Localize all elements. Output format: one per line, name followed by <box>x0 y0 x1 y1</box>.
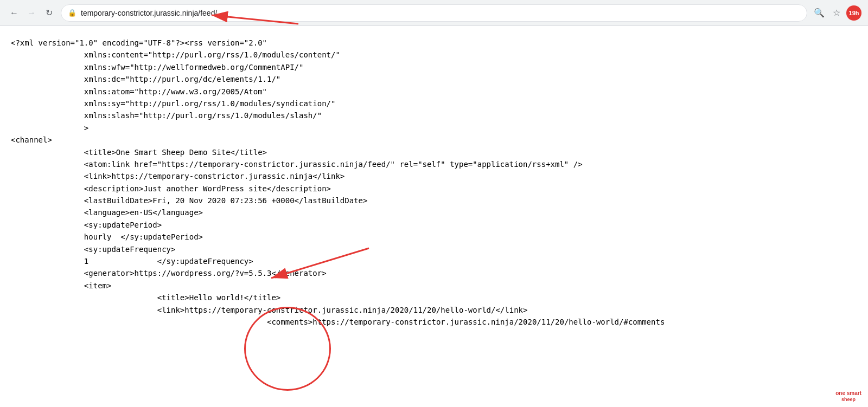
logo-text-top: one smart <box>835 390 861 397</box>
zoom-button[interactable]: 🔍 <box>812 5 827 21</box>
xml-line-2: xmlns:content="http://purl.org/rss/1.0/m… <box>11 49 857 61</box>
xml-line-11: <title>One Smart Sheep Demo Site</title> <box>11 146 857 158</box>
lock-icon: 🔒 <box>68 9 76 17</box>
xml-line-21: <generator>https://wordpress.org/?v=5.5.… <box>11 267 857 279</box>
forward-button[interactable]: → <box>24 5 39 21</box>
xml-line-23: <title>Hello world!</title> <box>11 292 857 303</box>
xml-line-6: xmlns:sy="http://purl.org/rss/1.0/module… <box>11 98 857 109</box>
xml-content: <?xml version="1.0" encoding="UTF-8"?><r… <box>0 26 868 407</box>
xml-line-4: xmlns:dc="http://purl.org/dc/elements/1.… <box>11 73 857 85</box>
xml-line-18: hourly </sy:updatePeriod> <box>11 231 857 243</box>
reload-button[interactable]: ↻ <box>41 5 56 21</box>
xml-line-20: 1 </sy:updateFrequency> <box>11 255 857 267</box>
xml-lines: <?xml version="1.0" encoding="UTF-8"?><r… <box>11 37 857 328</box>
logo-text-bottom: sheep <box>835 397 861 403</box>
one-smart-sheep-logo: one smart sheep <box>835 390 861 403</box>
xml-line-19: <sy:updateFrequency> <box>11 243 857 255</box>
xml-line-22: <item> <box>11 280 857 292</box>
xml-line-14: <description>Just another WordPress site… <box>11 183 857 195</box>
xml-line-15: <lastBuildDate>Fri, 20 Nov 2020 07:23:56… <box>11 195 857 206</box>
xml-line-1: <?xml version="1.0" encoding="UTF-8"?><r… <box>11 37 857 49</box>
xml-line-10: <channel> <box>11 134 857 146</box>
bookmark-button[interactable]: ☆ <box>829 5 844 21</box>
xml-line-16: <language>en-US</language> <box>11 206 857 218</box>
xml-line-12: <atom:link href="https://temporary-const… <box>11 158 857 170</box>
address-bar[interactable]: 🔒 <box>61 4 807 22</box>
xml-line-5: xmlns:atom="http://www.w3.org/2005/Atom" <box>11 86 857 98</box>
browser-actions: 🔍 ☆ 19h <box>812 5 861 21</box>
xml-line-25: <comments>https://temporary-constrictor.… <box>11 316 857 328</box>
xml-line-7: xmlns:slash="http://purl.org/rss/1.0/mod… <box>11 109 857 121</box>
back-button[interactable]: ← <box>7 5 22 21</box>
xml-line-8: > <box>11 122 857 134</box>
browser-chrome: ← → ↻ 🔒 🔍 ☆ 19h <box>0 0 868 26</box>
xml-line-13: <link>https://temporary-constrictor.jura… <box>11 170 857 182</box>
xml-line-24: <link>https://temporary-constrictor.jura… <box>11 304 857 316</box>
profile-badge[interactable]: 19h <box>846 5 861 21</box>
url-input[interactable] <box>81 9 800 17</box>
nav-buttons: ← → ↻ <box>7 5 56 21</box>
xml-line-3: xmlns:wfw="http://wellformedweb.org/Comm… <box>11 61 857 73</box>
xml-line-17: <sy:updatePeriod> <box>11 219 857 231</box>
